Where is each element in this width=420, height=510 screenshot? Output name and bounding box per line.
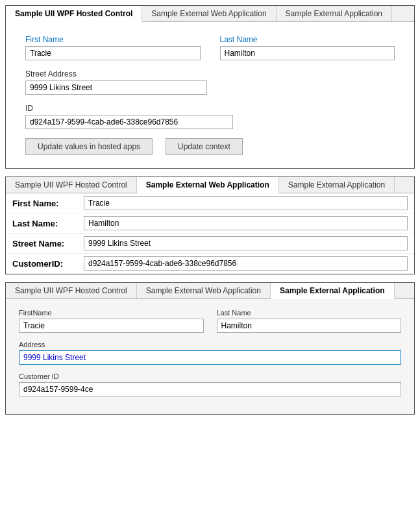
first-name-input[interactable] <box>25 46 201 60</box>
p3-last-name-input[interactable] <box>217 319 402 333</box>
p2-customer-id-input[interactable] <box>84 256 408 271</box>
panel-2-tab-bar: Sample UII WPF Hosted Control Sample Ext… <box>6 177 414 193</box>
panel-1-tab-bar: Sample UII WPF Hosted Control Sample Ext… <box>6 6 414 22</box>
p3-customer-id-input[interactable] <box>19 382 401 396</box>
p3-customer-id-row: Customer ID <box>19 372 401 396</box>
last-name-label: Last Name <box>220 35 395 44</box>
button-row: Update values in hosted apps Update cont… <box>25 138 395 155</box>
p3-address-label: Address <box>19 341 401 348</box>
p3-first-name-input[interactable] <box>19 319 204 333</box>
tab-p1-web[interactable]: Sample External Web Application <box>142 6 276 21</box>
p3-first-name-label: FirstName <box>19 309 204 317</box>
panel-1: Sample UII WPF Hosted Control Sample Ext… <box>5 5 415 169</box>
p2-customer-id-label: CustomerID: <box>12 259 84 269</box>
p3-last-name-group: Last Name <box>217 309 402 333</box>
p2-customer-id-row: CustomerID: <box>6 254 414 274</box>
first-name-label: First Name <box>25 35 201 44</box>
street-address-input[interactable] <box>25 80 207 95</box>
p2-first-name-row: First Name: <box>6 193 414 213</box>
p2-last-name-row: Last Name: <box>6 213 414 234</box>
panel-2: Sample UII WPF Hosted Control Sample Ext… <box>5 176 415 274</box>
tab-p2-ext[interactable]: Sample External Application <box>279 177 395 193</box>
id-input[interactable] <box>25 115 233 129</box>
panel-3: Sample UII WPF Hosted Control Sample Ext… <box>5 282 415 415</box>
tab-p3-ext[interactable]: Sample External Application <box>271 283 395 299</box>
update-context-button[interactable]: Update context <box>166 138 243 155</box>
p3-last-name-label: Last Name <box>217 309 402 317</box>
p3-customer-id-group: Customer ID <box>19 372 401 396</box>
p2-first-name-input[interactable] <box>84 196 408 210</box>
p2-first-name-label: First Name: <box>12 199 84 208</box>
tab-p1-wpf[interactable]: Sample UII WPF Hosted Control <box>6 6 142 22</box>
p3-first-name-group: FirstName <box>19 309 204 333</box>
panel-3-content: FirstName Last Name Address Customer ID <box>6 299 414 414</box>
street-row: Street Address <box>25 69 395 95</box>
tab-p2-web[interactable]: Sample External Web Application <box>137 177 279 193</box>
p2-street-input[interactable] <box>84 236 408 250</box>
last-name-input[interactable] <box>220 46 395 60</box>
first-name-group: First Name <box>25 35 201 60</box>
street-address-group: Street Address <box>25 69 395 95</box>
p2-street-label: Street Name: <box>12 239 84 249</box>
id-row: ID <box>25 104 395 129</box>
last-name-group: Last Name <box>220 35 395 60</box>
p2-street-row: Street Name: <box>6 234 414 254</box>
id-label: ID <box>25 104 395 113</box>
p3-address-row: Address <box>19 341 401 365</box>
tab-p1-ext[interactable]: Sample External Application <box>277 6 392 21</box>
id-group: ID <box>25 104 395 129</box>
panel-1-content: First Name Last Name Street Address ID U… <box>6 22 414 168</box>
street-address-label: Street Address <box>25 69 395 79</box>
p2-last-name-input[interactable] <box>84 216 408 230</box>
p2-last-name-label: Last Name: <box>12 219 84 228</box>
name-row: First Name Last Name <box>25 35 395 60</box>
panel-2-content: First Name: Last Name: Street Name: Cust… <box>6 193 414 274</box>
update-hosted-button[interactable]: Update values in hosted apps <box>25 138 153 155</box>
p3-customer-id-label: Customer ID <box>19 372 401 380</box>
p3-address-input[interactable] <box>19 350 401 365</box>
p3-address-group: Address <box>19 341 401 365</box>
tab-p3-wpf[interactable]: Sample UII WPF Hosted Control <box>6 283 137 298</box>
p3-name-row: FirstName Last Name <box>19 309 401 333</box>
tab-p2-wpf[interactable]: Sample UII WPF Hosted Control <box>6 177 137 193</box>
tab-p3-web[interactable]: Sample External Web Application <box>137 283 271 298</box>
panel-3-tab-bar: Sample UII WPF Hosted Control Sample Ext… <box>6 283 414 299</box>
